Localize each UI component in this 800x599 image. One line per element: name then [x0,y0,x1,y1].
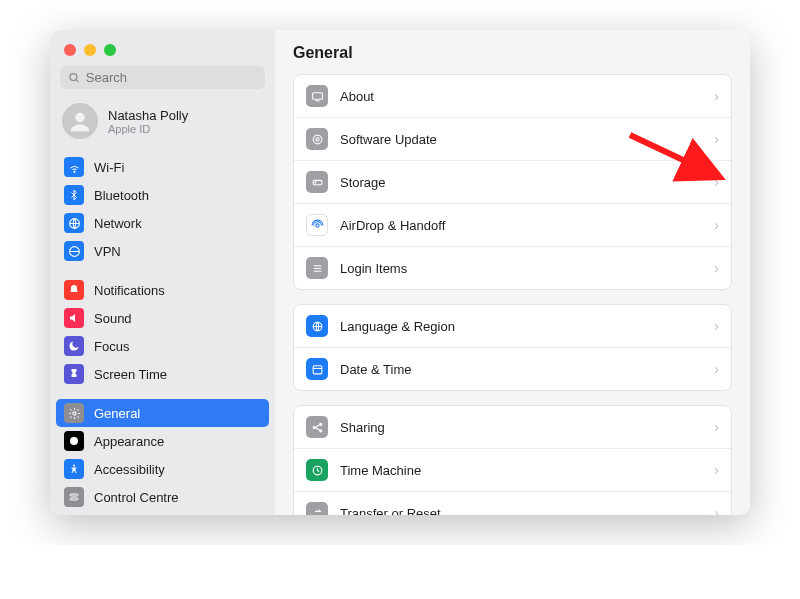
minimize-window-button[interactable] [84,44,96,56]
sidebar-item-vpn[interactable]: VPN [56,237,269,265]
sharing-icon [306,416,328,438]
date-time-icon [306,358,328,380]
sidebar-item-label: Notifications [94,283,165,298]
svg-point-3 [73,171,74,172]
sidebar-item-label: Accessibility [94,462,165,477]
sidebar-item-label: Network [94,216,142,231]
search-icon [68,71,80,84]
svg-point-6 [72,411,75,414]
sidebar-item-label: VPN [94,244,121,259]
gear-icon [64,403,84,423]
svg-point-26 [319,429,321,431]
svg-line-1 [76,80,78,82]
svg-point-2 [75,113,84,122]
svg-point-8 [73,465,75,467]
sidebar-item-network[interactable]: Network [56,209,269,237]
svg-point-24 [313,426,315,428]
transfer-icon [306,502,328,515]
sidebar-item-screen-time[interactable]: Screen Time [56,360,269,388]
row-date-time[interactable]: Date & Time › [294,348,731,390]
row-time-machine[interactable]: Time Machine › [294,449,731,492]
sidebar-item-accessibility[interactable]: Accessibility [56,455,269,483]
row-airdrop-handoff[interactable]: AirDrop & Handoff › [294,204,731,247]
network-icon [64,213,84,233]
apple-id-row[interactable]: Natasha Polly Apple ID [50,97,275,149]
svg-rect-10 [70,498,78,500]
chevron-right-icon: › [714,260,719,276]
wifi-icon [64,157,84,177]
sidebar-item-focus[interactable]: Focus [56,332,269,360]
row-label: Sharing [340,420,702,435]
sidebar-item-bluetooth[interactable]: Bluetooth [56,181,269,209]
sound-icon [64,308,84,328]
sidebar-item-label: General [94,406,140,421]
sidebar-item-label: Control Centre [94,490,179,505]
chevron-right-icon: › [714,318,719,334]
row-sharing[interactable]: Sharing › [294,406,731,449]
settings-window: Natasha Polly Apple ID Wi-Fi Bluetooth [50,30,750,515]
settings-group: About › Software Update › Storage › [293,74,732,290]
row-label: Storage [340,175,702,190]
row-label: Transfer or Reset [340,506,702,516]
language-icon [306,315,328,337]
airdrop-icon [306,214,328,236]
control-centre-icon [64,487,84,507]
sidebar-item-control-centre[interactable]: Control Centre [56,483,269,511]
search-input[interactable] [86,70,257,85]
sidebar-group: Wi-Fi Bluetooth Network VPN [50,149,275,269]
page-title: General [293,44,732,74]
main-pane: General About › Software Update › [275,30,750,515]
row-language-region[interactable]: Language & Region › [294,305,731,348]
svg-point-14 [315,137,318,140]
svg-point-0 [70,74,77,81]
user-text: Natasha Polly Apple ID [108,108,188,135]
chevron-right-icon: › [714,131,719,147]
sidebar-item-label: Screen Time [94,367,167,382]
svg-rect-11 [312,92,322,99]
sidebar-group: General Appearance Accessibility Control… [50,395,275,515]
settings-group: Sharing › Time Machine › Transfer or Res… [293,405,732,515]
bluetooth-icon [64,185,84,205]
search-field[interactable] [60,66,265,89]
sidebar-item-sound[interactable]: Sound [56,304,269,332]
sidebar-item-notifications[interactable]: Notifications [56,276,269,304]
row-label: About [340,89,702,104]
user-subtitle: Apple ID [108,123,188,135]
chevron-right-icon: › [714,505,719,515]
svg-point-25 [319,423,321,425]
time-machine-icon [306,459,328,481]
svg-rect-9 [70,494,78,496]
sidebar-group: Notifications Sound Focus Screen Time [50,272,275,392]
row-login-items[interactable]: Login Items › [294,247,731,289]
login-items-icon [306,257,328,279]
chevron-right-icon: › [714,419,719,435]
svg-point-17 [315,223,318,226]
row-label: Language & Region [340,319,702,334]
appearance-icon [64,431,84,451]
row-about[interactable]: About › [294,75,731,118]
row-transfer-reset[interactable]: Transfer or Reset › [294,492,731,515]
row-storage[interactable]: Storage › [294,161,731,204]
sidebar-item-label: Focus [94,339,129,354]
traffic-lights [50,38,275,66]
row-label: Time Machine [340,463,702,478]
about-icon [306,85,328,107]
close-window-button[interactable] [64,44,76,56]
person-icon [66,107,94,135]
sidebar-item-appearance[interactable]: Appearance [56,427,269,455]
sidebar-item-general[interactable]: General [56,399,269,427]
row-label: Date & Time [340,362,702,377]
screentime-icon [64,364,84,384]
sidebar-item-wifi[interactable]: Wi-Fi [56,153,269,181]
notifications-icon [64,280,84,300]
row-label: AirDrop & Handoff [340,218,702,233]
chevron-right-icon: › [714,361,719,377]
svg-point-16 [314,181,315,182]
user-name: Natasha Polly [108,108,188,123]
chevron-right-icon: › [714,174,719,190]
svg-rect-22 [313,365,322,373]
row-label: Login Items [340,261,702,276]
row-software-update[interactable]: Software Update › [294,118,731,161]
chevron-right-icon: › [714,462,719,478]
fullscreen-window-button[interactable] [104,44,116,56]
